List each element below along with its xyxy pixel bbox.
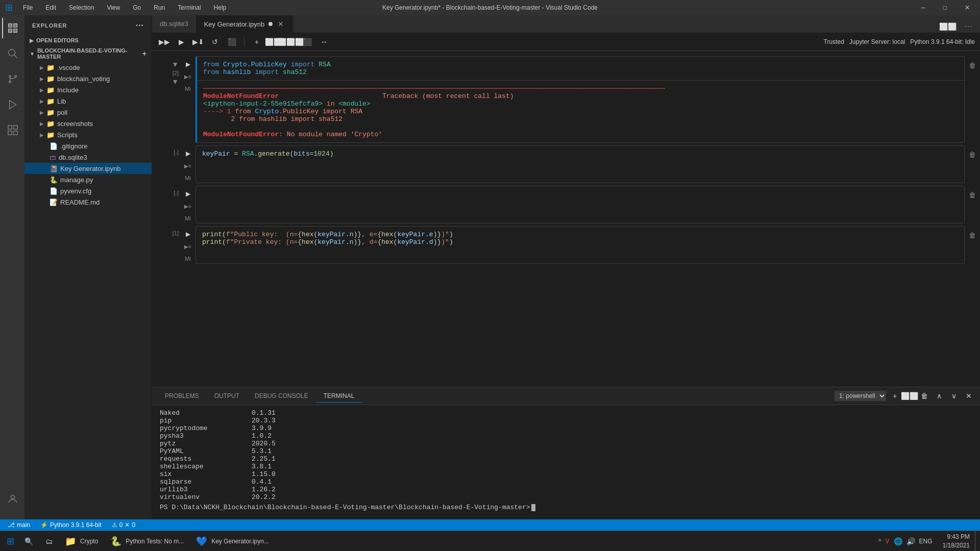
activity-debug-icon[interactable] — [2, 94, 22, 115]
sidebar-item-poll[interactable]: ▶ 📁 poll — [24, 107, 152, 118]
activity-extensions-icon[interactable] — [2, 120, 22, 140]
add-cell-button[interactable]: + — [250, 35, 264, 49]
tab-close-icon[interactable]: ✕ — [277, 20, 285, 28]
cell-1-debug-icon[interactable]: ▶≡ — [183, 71, 193, 82]
cell-2-run-icon[interactable]: ▶ — [183, 148, 193, 159]
tab-output[interactable]: OUTPUT — [207, 390, 247, 402]
sidebar-item-scripts[interactable]: ▶ 📁 Scripts — [24, 129, 152, 140]
tab-terminal[interactable]: TERMINAL — [316, 390, 362, 403]
split-editor-icon[interactable]: ⬜⬜ — [937, 21, 959, 32]
sidebar-menu-icon[interactable]: ⋯ — [135, 20, 144, 30]
run-button[interactable]: ▶ — [174, 35, 188, 49]
sidebar-item-pyvenv[interactable]: 📄 pyvenv.cfg — [24, 185, 152, 196]
sidebar-item-screenshots[interactable]: ▶ 📁 screenshots — [24, 118, 152, 129]
cell-2-code[interactable]: keyPair = RSA.generate(bits=1024) — [196, 146, 964, 162]
trash-terminal-icon[interactable]: 🗑 — [918, 390, 930, 402]
project-section[interactable]: ▼ BLOCKCHAIN-BASED-E-VOTING-MASTER + — [24, 45, 152, 62]
sidebar-item-key-generator[interactable]: 📓 Key Generator.ipynb — [24, 163, 152, 174]
python-version-section[interactable]: ⚡ Python 3.9.1 64-bit — [38, 519, 104, 531]
chevron-right-icon: ▶ — [30, 38, 34, 43]
cell-1-run-icon[interactable]: ▶ — [183, 59, 193, 69]
collapse-terminal-icon[interactable]: ∧ — [933, 390, 945, 402]
tab-key-generator[interactable]: Key Generator.ipynb ✕ — [197, 15, 293, 33]
close-terminal-icon[interactable]: ✕ — [963, 390, 975, 402]
taskbar-python[interactable]: 🐍 Python Tests: No m... — [104, 532, 190, 550]
run-below-button[interactable]: ▶⬇ — [191, 35, 205, 49]
tab-db-sqlite3[interactable]: db.sqlite3 — [152, 15, 197, 33]
minimize-button[interactable]: ─ — [916, 3, 930, 13]
sidebar-item-include[interactable]: ▶ 📁 Include — [24, 84, 152, 95]
menu-selection[interactable]: Selection — [66, 3, 96, 12]
activity-explorer-icon[interactable] — [2, 18, 22, 38]
activity-account-icon[interactable] — [2, 489, 22, 509]
cell-3-code[interactable] — [196, 186, 964, 202]
error-count-section[interactable]: ⚠ 0 ✕ 0 — [109, 519, 138, 531]
terminal-prompt-line: PS D:\Data\NCKH_Blockchain\Blockchain-ba… — [160, 504, 972, 511]
cell-1-collapse-icon[interactable]: ▼ — [172, 60, 179, 68]
cell-3-debug-icon[interactable]: ▶≡ — [183, 201, 193, 211]
cell-2-more-icon[interactable]: Mi — [183, 173, 193, 183]
tray-chevron-icon[interactable]: ^ — [878, 538, 881, 545]
cell-1-delete-icon[interactable]: 🗑 — [967, 60, 977, 70]
jupyter-server-label[interactable]: Jupyter Server: local — [849, 38, 905, 45]
interrupt-button[interactable]: ⬛ — [225, 35, 239, 49]
split-button[interactable]: ↔ — [317, 35, 331, 49]
menu-edit[interactable]: Edit — [43, 3, 59, 12]
maximize-button[interactable]: □ — [938, 3, 952, 13]
cell-2-debug-icon[interactable]: ▶≡ — [183, 161, 193, 171]
cell-4-run-icon[interactable]: ▶ — [183, 229, 193, 239]
menu-file[interactable]: File — [20, 3, 35, 12]
tab-debug-console[interactable]: DEBUG CONSOLE — [247, 390, 316, 402]
task-view-button[interactable]: 🗂 — [39, 532, 59, 550]
cell-1-more-icon[interactable]: Mi — [183, 84, 193, 94]
move-down-button[interactable]: ⬜⬜⬜ — [283, 35, 298, 49]
expand-terminal-icon[interactable]: ∨ — [948, 390, 960, 402]
cell-4-code[interactable]: print(f"Public key: (n={hex(keyPair.n)},… — [196, 227, 964, 250]
sidebar-item-readme[interactable]: 📝 README.md — [24, 196, 152, 208]
sidebar-item-manage[interactable]: 🐍 manage.py — [24, 174, 152, 185]
git-branch-section[interactable]: ⎇ main — [5, 519, 33, 531]
clock-display[interactable]: 9:43 PM 1/18/2021 — [938, 533, 975, 550]
menu-go[interactable]: Go — [130, 3, 143, 12]
sidebar-item-lib[interactable]: ▶ 📁 Lib — [24, 95, 152, 107]
open-editors-section[interactable]: ▶ OPEN EDITORS — [24, 35, 152, 45]
tab-problems[interactable]: PROBLEMS — [157, 390, 207, 402]
search-taskbar[interactable]: 🔍 — [18, 532, 39, 550]
start-button[interactable]: ⊞ — [3, 532, 18, 550]
sidebar-item-db[interactable]: 🗃 db.sqlite3 — [24, 152, 152, 163]
cell-1-code[interactable]: from Crypto.PublicKey import RSA from ha… — [197, 57, 964, 80]
activity-git-icon[interactable] — [2, 69, 22, 89]
activity-search-icon[interactable] — [2, 43, 22, 64]
menu-view[interactable]: View — [104, 3, 122, 12]
cell-4-more-icon[interactable]: Mi — [183, 254, 193, 264]
cell-1-expand-icon[interactable]: ▼ — [172, 78, 179, 86]
sidebar-item-blockchain-voting[interactable]: ▶ 📁 blockchain_voting — [24, 73, 152, 84]
menu-help[interactable]: Help — [211, 3, 229, 12]
more-actions-icon[interactable]: ⋯ — [962, 20, 975, 33]
restart-button[interactable]: ↺ — [208, 35, 222, 49]
cell-3-delete-icon[interactable]: 🗑 — [967, 190, 977, 200]
taskbar-explorer[interactable]: 📁 Crypto — [59, 532, 104, 550]
kernel-label[interactable]: Python 3.9.1 64-bit: Idle — [910, 38, 975, 45]
cell-4-delete-icon[interactable]: 🗑 — [967, 230, 977, 240]
sidebar-item-vscode[interactable]: ▶ 📁 .vscode — [24, 62, 152, 73]
run-all-button[interactable]: ▶▶ — [157, 35, 172, 49]
svg-point-6 — [9, 76, 11, 78]
new-terminal-icon[interactable]: + — [889, 390, 901, 402]
cell-2-delete-icon[interactable]: 🗑 — [967, 149, 977, 160]
vscode-logo-icon: ⊞ — [5, 2, 13, 13]
split-terminal-icon[interactable]: ⬜⬜ — [903, 390, 916, 402]
cell-4-debug-icon[interactable]: ▶≡ — [183, 241, 193, 252]
cell-3-more-icon[interactable]: Mi — [183, 213, 193, 223]
show-desktop-button[interactable] — [975, 531, 977, 552]
cell-3-run-icon[interactable]: ▶ — [183, 189, 193, 199]
new-file-icon[interactable]: + — [142, 49, 146, 58]
menu-run[interactable]: Run — [151, 3, 167, 12]
sidebar-item-gitignore[interactable]: 📄 .gitignore — [24, 140, 152, 152]
menu-terminal[interactable]: Terminal — [175, 3, 203, 12]
taskbar-vscode[interactable]: 💙 Key Generator.ipyn... — [190, 532, 275, 550]
export-button[interactable]: ⬛ — [300, 35, 314, 49]
language-label[interactable]: ENG — [919, 538, 933, 545]
close-button[interactable]: ✕ — [960, 3, 975, 13]
shell-selector[interactable]: 1: powershell — [835, 391, 886, 401]
